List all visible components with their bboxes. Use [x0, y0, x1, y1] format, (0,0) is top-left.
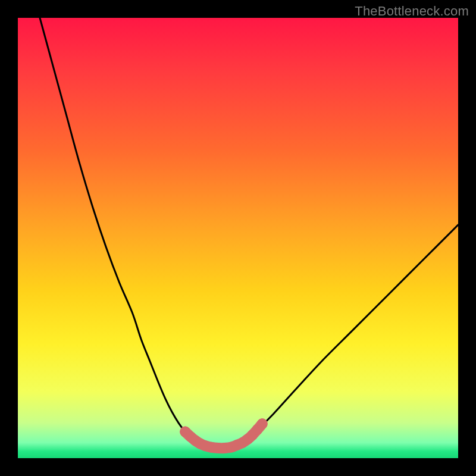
valley-dot [257, 418, 268, 429]
bottleneck-chart [18, 18, 458, 458]
plot-background [18, 18, 458, 458]
plot-frame [18, 18, 458, 458]
watermark-text: TheBottleneck.com [355, 4, 469, 19]
